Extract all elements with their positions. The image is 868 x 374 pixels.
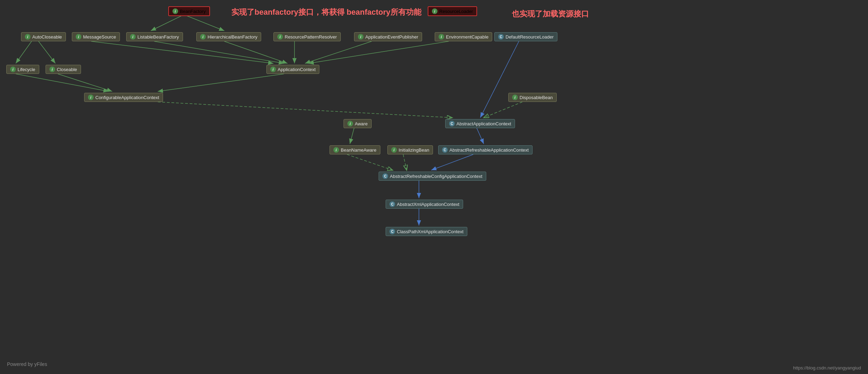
- svg-line-12: [158, 74, 284, 91]
- node-beannameaware: i BeanNameAware: [330, 145, 380, 154]
- node-resourceloader: i ResourceLoader: [428, 6, 477, 16]
- arrows-svg: [0, 0, 868, 374]
- svg-line-19: [403, 154, 407, 170]
- node-lifecycle: i Lifecycle: [6, 65, 39, 74]
- node-configurableapplicationcontext: i ConfigurableApplicationContext: [84, 93, 163, 102]
- node-initializingbean: i InitializingBean: [387, 145, 433, 154]
- svg-line-8: [305, 41, 372, 63]
- node-environmentcapable: i EnvironmentCapable: [435, 32, 492, 41]
- svg-line-14: [484, 102, 522, 118]
- node-applicationcontext: i ApplicationContext: [266, 65, 319, 74]
- svg-line-17: [477, 128, 484, 144]
- annotation-resourceloader: 也实现了加载资源接口: [512, 9, 589, 20]
- svg-line-9: [308, 41, 449, 63]
- svg-line-4: [154, 41, 284, 63]
- icon-beanfactory: i: [172, 8, 178, 14]
- svg-line-2: [39, 41, 55, 63]
- node-resourcepatternresolver: i ResourcePatternResolver: [273, 32, 341, 41]
- watermark-url: https://blog.csdn.net/yangyangiud: [793, 365, 861, 370]
- svg-line-11: [58, 74, 112, 91]
- node-abstractapplicationcontext: C AbstractApplicationContext: [445, 119, 515, 128]
- watermark-powered: Powered by yFiles: [7, 361, 47, 367]
- svg-line-5: [224, 41, 287, 63]
- diagram-container: i BeanFactory i ResourceLoader i AutoClo…: [0, 0, 868, 374]
- node-autocloseable: i AutoCloseable: [21, 32, 66, 41]
- svg-line-15: [480, 41, 519, 118]
- svg-line-3: [16, 41, 32, 63]
- svg-line-6: [91, 41, 273, 63]
- svg-line-1: [186, 15, 224, 31]
- node-hierarchicalbeonfactory: i HierarchicalBeanFactory: [196, 32, 261, 41]
- svg-line-16: [350, 128, 354, 144]
- node-closeable: i Closeable: [46, 65, 81, 74]
- annotation-beanfactory: 实现了beanfactory接口，将获得 beanfactory所有功能: [231, 7, 421, 18]
- svg-line-20: [431, 154, 473, 170]
- svg-line-0: [151, 15, 182, 31]
- node-beanfactory: i BeanFactory: [168, 6, 210, 16]
- svg-line-13: [158, 102, 452, 118]
- svg-line-18: [347, 154, 393, 170]
- node-applicationeventpublisher: i ApplicationEventPublisher: [354, 32, 422, 41]
- node-defaultresourceloader: C DefaultResourceLoader: [494, 32, 557, 41]
- node-messagesource: i MessageSource: [72, 32, 120, 41]
- node-aware: i Aware: [344, 119, 372, 128]
- node-abstractxmlapplicationcontext: C AbstractXmlApplicationContext: [386, 200, 463, 209]
- node-disposablebean: i DisposableBean: [508, 93, 557, 102]
- svg-line-10: [16, 74, 109, 91]
- node-listablebeonfactory: i ListableBeanFactory: [126, 32, 183, 41]
- node-abstractrefreshableconfigapplicationcontext: C AbstractRefreshableConfigApplicationCo…: [379, 172, 486, 181]
- node-classpathxmlapplicationcontext: C ClassPathXmlApplicationContext: [386, 227, 467, 236]
- icon-resourceloader: i: [432, 8, 438, 14]
- node-abstractrefreshableapplicationcontext: C AbstractRefreshableApplicationContext: [438, 145, 533, 154]
